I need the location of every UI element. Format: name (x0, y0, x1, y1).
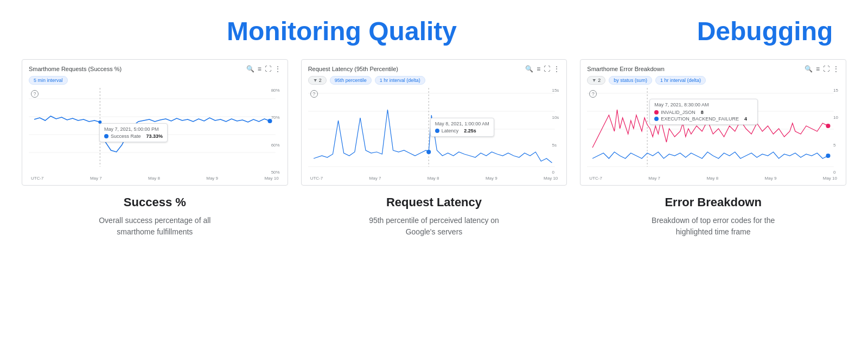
latency-column: Request Latency (95th Percentile) 🔍 ≡ ⛶ … (301, 59, 567, 238)
latency-search-icon[interactable]: 🔍 (525, 65, 533, 73)
latency-chart-area: 15s 10s 5s 0 ? (308, 88, 560, 175)
success-metric-title: Success % (124, 195, 186, 209)
svg-point-6 (98, 120, 101, 124)
debugging-title: Debugging (684, 11, 846, 46)
errors-chart-area: 15 10 5 0 ? (587, 88, 839, 175)
main-content: Smarthome Requests (Success %) 🔍 ≡ ⛶ ⋮ 5… (22, 59, 846, 238)
latency-x-labels: UTC-7 May 7 May 8 May 9 May 10 (308, 175, 560, 181)
errors-chart-card: Smarthome Error Breakdown 🔍 ≡ ⛶ ⋮ 2 by s… (580, 59, 846, 186)
errors-interval-chip[interactable]: 1 hr interval (delta) (655, 76, 706, 85)
errors-x-labels: UTC-7 May 7 May 8 May 9 May 10 (587, 175, 839, 181)
lx-may9: May 9 (486, 176, 497, 181)
x-may9: May 9 (206, 176, 218, 181)
errors-status-chip[interactable]: by status (sum) (609, 76, 652, 85)
latency-fullscreen-icon[interactable]: ⛶ (544, 65, 550, 73)
latency-chart-title: Request Latency (95th Percentile) (308, 66, 398, 72)
success-metric-desc: Overall success percentage of all smarth… (79, 215, 231, 238)
errors-legend-icon[interactable]: ≡ (816, 65, 820, 73)
latency-metric-desc: 95th percentile of perceived latency on … (358, 215, 510, 238)
errors-more-icon[interactable]: ⋮ (833, 65, 839, 73)
search-icon[interactable]: 🔍 (246, 65, 254, 73)
fullscreen-icon[interactable]: ⛶ (265, 65, 271, 73)
lx-may7: May 7 (369, 176, 381, 181)
svg-point-19 (826, 124, 831, 128)
latency-legend-icon[interactable]: ≡ (537, 65, 540, 73)
latency-chart-card: Request Latency (95th Percentile) 🔍 ≡ ⛶ … (301, 59, 567, 186)
success-column: Smarthome Requests (Success %) 🔍 ≡ ⛶ ⋮ 5… (22, 59, 288, 238)
errors-chart-title: Smarthome Error Breakdown (587, 66, 664, 72)
x-may10: May 10 (264, 176, 278, 181)
lx-utc7: UTC-7 (310, 176, 323, 181)
lx-may10: May 10 (544, 176, 558, 181)
success-chart-area: 80% 70% 60% 50% ? (29, 88, 281, 175)
svg-point-18 (826, 154, 831, 158)
legend-icon[interactable]: ≡ (258, 65, 261, 73)
latency-metric-title: Request Latency (386, 195, 482, 209)
success-chart-icons: 🔍 ≡ ⛶ ⋮ (246, 65, 281, 73)
latency-filter-chip[interactable]: 2 (308, 76, 327, 85)
latency-chart-icons: 🔍 ≡ ⛶ ⋮ (525, 65, 560, 73)
errors-search-icon[interactable]: 🔍 (805, 65, 813, 73)
svg-point-5 (267, 119, 272, 123)
errors-fullscreen-icon[interactable]: ⛶ (823, 65, 829, 73)
more-icon[interactable]: ⋮ (275, 65, 281, 73)
latency-percentile-chip[interactable]: 95th percentile (330, 76, 372, 85)
success-x-labels: UTC-7 May 7 May 8 May 9 May 10 (29, 175, 281, 181)
errors-column: Smarthome Error Breakdown 🔍 ≡ ⛶ ⋮ 2 by s… (580, 59, 846, 238)
lx-may8: May 8 (427, 176, 439, 181)
ex-may7: May 7 (648, 176, 660, 181)
ex-may10: May 10 (823, 176, 837, 181)
errors-metric-title: Error Breakdown (665, 195, 762, 209)
success-svg (29, 88, 281, 175)
success-interval-chip[interactable]: 5 min interval (29, 76, 68, 85)
ex-may9: May 9 (765, 176, 777, 181)
x-may8: May 8 (148, 176, 160, 181)
ex-utc7: UTC-7 (589, 176, 602, 181)
latency-more-icon[interactable]: ⋮ (553, 65, 560, 73)
errors-filter-chip[interactable]: 2 (587, 76, 605, 85)
success-chart-card: Smarthome Requests (Success %) 🔍 ≡ ⛶ ⋮ 5… (22, 59, 288, 186)
x-may7: May 7 (90, 176, 102, 181)
help-icon-latency[interactable]: ? (310, 90, 318, 98)
latency-interval-chip[interactable]: 1 hr interval (delta) (375, 76, 425, 85)
errors-metric-desc: Breakdown of top error codes for the hig… (637, 215, 789, 238)
errors-svg (587, 88, 839, 175)
monitoring-quality-title: Monitoring Quality (22, 11, 662, 46)
ex-may8: May 8 (706, 176, 718, 181)
latency-svg (308, 88, 560, 175)
svg-point-12 (426, 150, 431, 154)
help-icon-success[interactable]: ? (31, 90, 39, 98)
errors-chart-icons: 🔍 ≡ ⛶ ⋮ (805, 65, 839, 73)
x-utc7: UTC-7 (31, 176, 44, 181)
success-chart-title: Smarthome Requests (Success %) (29, 66, 122, 72)
